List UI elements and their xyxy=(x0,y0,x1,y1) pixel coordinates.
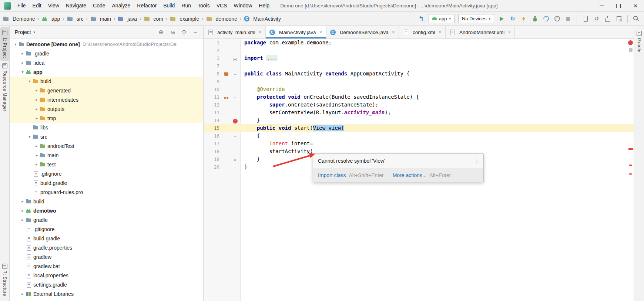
popup-action-import-class[interactable]: Import class xyxy=(318,172,346,178)
close-icon[interactable]: × xyxy=(392,29,395,35)
close-icon[interactable]: × xyxy=(508,29,511,35)
select-opened-file-icon[interactable]: ⊕ xyxy=(158,29,164,35)
tree-item-intermediates[interactable]: ▸intermediates xyxy=(10,95,203,104)
chevron-expanded-icon[interactable]: ▾ xyxy=(27,135,33,139)
tree-item-build[interactable]: ▸build xyxy=(10,197,203,206)
chevron-collapsed-icon[interactable]: ▸ xyxy=(20,199,26,203)
stripe-item-7-structure[interactable]: 7: Structure xyxy=(0,261,9,299)
tree-item--idea[interactable]: ▸.idea xyxy=(10,58,203,67)
layout-inspector-icon[interactable] xyxy=(615,15,623,23)
code-line-9[interactable]: 9 xyxy=(204,78,634,85)
chevron-collapsed-icon[interactable]: ▸ xyxy=(34,162,40,166)
breadcrumb-java[interactable]: java xyxy=(117,15,138,23)
popup-action-more-actions-[interactable]: More actions... xyxy=(393,172,427,178)
tab-config-xml[interactable]: config.xml× xyxy=(399,26,446,38)
stripe-item-1-project[interactable]: 1: Project xyxy=(0,27,9,61)
fold-collapse-icon[interactable]: − xyxy=(234,134,236,139)
breadcrumb-mainactivity[interactable]: MainActivity xyxy=(243,15,282,23)
tree-item-local-properties[interactable]: local.properties xyxy=(10,271,203,280)
stripe-item-gradle[interactable]: Gradle xyxy=(635,28,644,55)
tab-activity-main-xml[interactable]: activity_main.xml× xyxy=(204,26,266,38)
code-line-16[interactable]: 16− { xyxy=(204,132,634,140)
fold-collapse-icon[interactable]: − xyxy=(234,95,236,100)
tree-item-scratches-and-consoles[interactable]: ▸Scratches and Consoles xyxy=(10,298,203,301)
sync-gradle-icon[interactable] xyxy=(593,15,601,23)
code-line-7[interactable]: 7 xyxy=(204,62,634,70)
back-arrow-icon[interactable] xyxy=(417,15,425,23)
code-line-12[interactable]: 12 super.onCreate(savedInstanceState); xyxy=(204,101,634,109)
tree-item-proguard-rules-pro[interactable]: proguard-rules.pro xyxy=(10,187,203,197)
code-line-8[interactable]: 8−public class MainActivity extends AppC… xyxy=(204,70,634,78)
tab-demooneservice-java[interactable]: DemooneService.java× xyxy=(326,26,399,38)
chevron-collapsed-icon[interactable]: ▸ xyxy=(34,88,40,92)
stop-icon[interactable] xyxy=(564,15,572,23)
menu-analyze[interactable]: Analyze xyxy=(109,0,134,11)
code-line-15[interactable]: 15 public void start(View view) xyxy=(204,124,634,132)
breadcrumb-demoone[interactable]: demoone xyxy=(205,15,238,23)
menu-window[interactable]: Window xyxy=(231,0,256,11)
chevron-collapsed-icon[interactable]: ▸ xyxy=(20,51,26,55)
tree-item-androidtest[interactable]: ▸androidTest xyxy=(10,141,203,150)
menu-view[interactable]: View xyxy=(45,0,63,11)
menu-edit[interactable]: Edit xyxy=(29,0,45,11)
apply-changes-icon[interactable] xyxy=(509,15,517,23)
stripe-item-build-variants[interactable]: Build Variants xyxy=(0,299,9,301)
stripe-item-resource-manager[interactable]: Resource Manager xyxy=(0,61,9,114)
collapse-all-icon[interactable]: ∧∧ xyxy=(169,29,176,35)
chevron-collapsed-icon[interactable]: ▸ xyxy=(20,61,26,65)
tree-item-tmp[interactable]: ▸tmp xyxy=(10,114,203,123)
tree-item-main[interactable]: ▸main xyxy=(10,150,203,160)
tree-item-generated[interactable]: ▸generated xyxy=(10,86,203,95)
breadcrumb-app[interactable]: app xyxy=(41,15,61,23)
tree-item-libs[interactable]: libs xyxy=(10,123,203,132)
breadcrumb-com[interactable]: com xyxy=(143,15,164,23)
chevron-expanded-icon[interactable]: ▾ xyxy=(20,70,26,74)
project-panel-title[interactable]: Project xyxy=(15,29,31,35)
tree-item-settings-gradle[interactable]: settings.gradle xyxy=(10,280,203,289)
tree-item-demoone-demo-one-[interactable]: ▾Demoone [Demo one]D:\Users\lenovo\Andro… xyxy=(10,40,203,49)
tree-item-gradlew-bat[interactable]: gradlew.bat xyxy=(10,261,203,271)
tree-item-src[interactable]: ▾src xyxy=(10,132,203,141)
maximize-button[interactable] xyxy=(610,0,627,11)
chevron-collapsed-icon[interactable]: ▸ xyxy=(34,153,40,157)
error-stripe-mark[interactable] xyxy=(629,165,632,166)
class-marker-icon[interactable] xyxy=(224,72,228,76)
inspections-error-badge[interactable] xyxy=(628,40,633,45)
close-button[interactable] xyxy=(627,0,644,11)
tree-item-app[interactable]: ▾app xyxy=(10,67,203,77)
menu-navigate[interactable]: Navigate xyxy=(63,0,90,11)
apply-code-changes-icon[interactable] xyxy=(520,15,528,23)
tab-mainactivity-java[interactable]: MainActivity.java× xyxy=(266,26,326,38)
tree-item-test[interactable]: ▸test xyxy=(10,160,203,169)
code-line-1[interactable]: 1package com.example.demoone; xyxy=(204,39,634,47)
code-line-17[interactable]: 17 Intent intent= xyxy=(204,140,634,148)
tree-item-build[interactable]: ▾build xyxy=(10,77,203,86)
breadcrumb-demoone[interactable]: Demoone xyxy=(2,15,36,23)
tree-item-gradlew[interactable]: gradlew xyxy=(10,252,203,261)
tree-item-outputs[interactable]: ▸outputs xyxy=(10,104,203,114)
search-everywhere-icon[interactable] xyxy=(632,15,640,23)
tree-item-demotwo[interactable]: ▸demotwo xyxy=(10,206,203,215)
menu-help[interactable]: Help xyxy=(255,0,273,11)
code-line-14[interactable]: 14! } xyxy=(204,116,634,124)
chevron-collapsed-icon[interactable]: ▸ xyxy=(20,209,26,213)
fold-end-icon[interactable]: ∧ xyxy=(234,157,237,162)
error-stripe-mark[interactable] xyxy=(629,173,632,175)
chevron-collapsed-icon[interactable]: ▸ xyxy=(34,144,40,148)
tree-item-gradle-properties[interactable]: gradle.properties xyxy=(10,243,203,252)
close-icon[interactable]: × xyxy=(439,29,442,35)
profiler-icon[interactable] xyxy=(553,15,561,23)
device-select[interactable]: No Devices ▾ xyxy=(458,14,494,23)
code-line-11[interactable]: 11o↑− protected void onCreate(Bundle sav… xyxy=(204,93,634,101)
run-config-select[interactable]: app ▾ xyxy=(429,14,455,23)
chevron-collapsed-icon[interactable]: ▸ xyxy=(20,292,26,296)
chevron-expanded-icon[interactable]: ▾ xyxy=(13,42,19,46)
close-icon[interactable]: × xyxy=(319,29,322,35)
tree-item-external-libraries[interactable]: ▸External Libraries xyxy=(10,289,203,298)
code-line-10[interactable]: 10 @Override xyxy=(204,85,634,93)
tree-item-build-gradle[interactable]: build.gradle xyxy=(10,178,203,187)
code-line-3[interactable]: 3+import ... xyxy=(204,54,634,62)
tree-item--gitignore[interactable]: .gitignore xyxy=(10,169,203,178)
avd-manager-icon[interactable] xyxy=(581,15,590,23)
highlighting-level-icon[interactable] xyxy=(629,48,633,52)
